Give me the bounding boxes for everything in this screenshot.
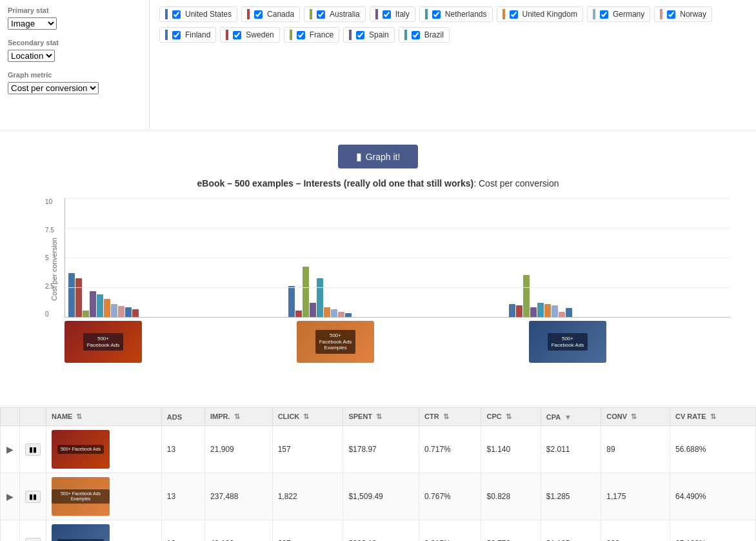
col-spent[interactable]: SPENT ⇅ <box>343 408 419 426</box>
col-cpc[interactable]: CPC ⇅ <box>481 408 541 426</box>
secondary-stat-label: Secondary stat <box>8 39 141 46</box>
sort-icon-impr: ⇅ <box>234 413 240 420</box>
spent-cell: $1,509.49 <box>343 473 419 520</box>
graph-btn-label: Graph it! <box>366 152 401 162</box>
name-cell: 500+ Facebook Ads <box>46 426 162 473</box>
thumb-3: 500+Facebook Ads <box>529 321 606 363</box>
ads-cell: 13 <box>161 520 204 542</box>
cvrate-cell: 65.123% <box>670 520 756 542</box>
country-item-united-states[interactable]: United States <box>159 6 237 22</box>
thumbnails-row: 500+Facebook Ads 500+Facebook AdsExample… <box>65 321 730 363</box>
country-item-brazil[interactable]: Brazil <box>399 27 450 43</box>
col-expand <box>1 408 20 426</box>
country-item-france[interactable]: France <box>284 27 339 43</box>
graph-btn-row: ▮ Graph it! <box>13 145 743 168</box>
data-table: NAME ⇅ ADS IMPR. ⇅ CLICK ⇅ SPENT ⇅ CTR ⇅… <box>0 407 756 541</box>
click-cell: 1,822 <box>272 473 343 520</box>
country-item-spain[interactable]: Spain <box>343 27 395 43</box>
bar-0-6 <box>111 304 117 317</box>
bar-0-5 <box>104 299 110 317</box>
y-label-2-5: 2.5 <box>45 283 54 290</box>
name-cell: 500+ Facebook Ads Examples <box>46 473 162 520</box>
bar-2-0 <box>509 304 515 317</box>
bar-2-7 <box>559 312 565 317</box>
impr-cell: 40,103 <box>205 520 273 542</box>
graph-area: ▮ Graph it! eBook – 500 examples – Inter… <box>0 132 756 405</box>
bar-0-4 <box>97 294 103 317</box>
country-item-italy[interactable]: Italy <box>370 6 415 22</box>
thumb-1: 500+Facebook Ads <box>65 321 142 363</box>
cvrate-cell: 56.688% <box>670 426 756 473</box>
country-item-sweden[interactable]: Sweden <box>220 27 279 43</box>
bar-1-3 <box>310 303 316 317</box>
bar-0-0 <box>68 273 75 317</box>
bar-chart-icon: ▮ <box>356 150 362 163</box>
click-cell: 367 <box>272 520 343 542</box>
pause-cell[interactable]: ▮▮ <box>20 520 46 542</box>
expand-button[interactable]: ▶ <box>6 538 14 541</box>
right-filter: United StatesCanadaAustraliaItalyNetherl… <box>150 0 756 129</box>
bar-2-1 <box>516 305 522 317</box>
graph-metric-select[interactable]: Cost per conversion CTR CPC CPA <box>8 82 99 94</box>
ctr-cell: 0.915% <box>419 520 481 542</box>
sort-icon-cpc: ⇅ <box>506 413 512 420</box>
col-ctr[interactable]: CTR ⇅ <box>419 408 481 426</box>
bar-1-1 <box>295 311 302 317</box>
y-label-7-5: 7.5 <box>45 227 54 234</box>
sort-icon-ctr: ⇅ <box>443 413 449 420</box>
col-cpa[interactable]: CPA ▼ <box>541 408 601 426</box>
app-container: Primary stat Image Video Carousel Second… <box>0 0 756 541</box>
col-cvrate[interactable]: CV RATE ⇅ <box>670 408 756 426</box>
country-item-germany[interactable]: Germany <box>587 6 650 22</box>
pause-button[interactable]: ▮▮ <box>25 491 41 503</box>
expand-cell[interactable]: ▶ <box>1 520 20 542</box>
country-item-united-kingdom[interactable]: United Kingdom <box>497 6 583 22</box>
pause-button[interactable]: ▮▮ <box>25 444 41 456</box>
bar-1-8 <box>345 313 352 317</box>
col-impr[interactable]: IMPR. ⇅ <box>205 408 273 426</box>
bar-0-9 <box>132 309 139 317</box>
primary-stat-select[interactable]: Image Video Carousel <box>8 17 57 30</box>
cvrate-cell: 64.490% <box>670 473 756 520</box>
country-item-australia[interactable]: Australia <box>304 6 366 22</box>
country-item-norway[interactable]: Norway <box>654 6 712 22</box>
col-conv[interactable]: CONV ⇅ <box>601 408 670 426</box>
sort-icon-click: ⇅ <box>303 413 309 420</box>
bar-2-3 <box>530 307 537 317</box>
expand-button[interactable]: ▶ <box>6 444 14 454</box>
pause-cell[interactable]: ▮▮ <box>20 426 46 473</box>
sort-icon-cpa: ▼ <box>564 413 572 421</box>
ctr-cell: 0.717% <box>419 426 481 473</box>
graph-metric-section: Graph metric Cost per conversion CTR CPC… <box>8 71 141 94</box>
expand-cell[interactable]: ▶ <box>1 426 20 473</box>
expand-button[interactable]: ▶ <box>6 491 14 502</box>
pause-button[interactable]: ▮▮ <box>25 538 41 542</box>
countries-row-2: FinlandSwedenFranceSpainBrazil <box>159 27 746 43</box>
left-sidebar: Primary stat Image Video Carousel Second… <box>0 0 150 129</box>
spent-cell: $178.97 <box>343 426 419 473</box>
primary-stat-label: Primary stat <box>8 6 141 14</box>
name-cell: 500+ Facebook Ads <box>46 520 162 542</box>
expand-cell[interactable]: ▶ <box>1 473 20 520</box>
graph-it-button[interactable]: ▮ Graph it! <box>338 145 419 168</box>
country-item-finland[interactable]: Finland <box>159 27 216 43</box>
col-name[interactable]: NAME ⇅ <box>46 408 162 426</box>
bar-group-0 <box>68 273 286 317</box>
col-ads[interactable]: ADS <box>161 408 204 426</box>
col-pause <box>20 408 46 426</box>
sort-icon-cvrate: ⇅ <box>710 413 716 420</box>
bar-1-4 <box>317 278 323 317</box>
y-label-5: 5 <box>45 254 54 261</box>
bar-0-3 <box>90 291 96 317</box>
col-click[interactable]: CLICK ⇅ <box>272 408 343 426</box>
bar-0-1 <box>75 278 82 317</box>
secondary-stat-select[interactable]: Location Age Gender <box>8 50 55 62</box>
pause-cell[interactable]: ▮▮ <box>20 473 46 520</box>
cpa-cell: $2.011 <box>541 426 601 473</box>
country-item-canada[interactable]: Canada <box>241 6 300 22</box>
country-item-netherlands[interactable]: Netherlands <box>419 6 493 22</box>
sort-icon-conv: ⇅ <box>631 413 637 420</box>
graph-metric-label: Graph metric <box>8 71 141 79</box>
table-row: ▶ ▮▮ 500+ Facebook Ads Examples 13 237,4… <box>1 473 756 520</box>
sort-icon-name: ⇅ <box>76 413 82 420</box>
